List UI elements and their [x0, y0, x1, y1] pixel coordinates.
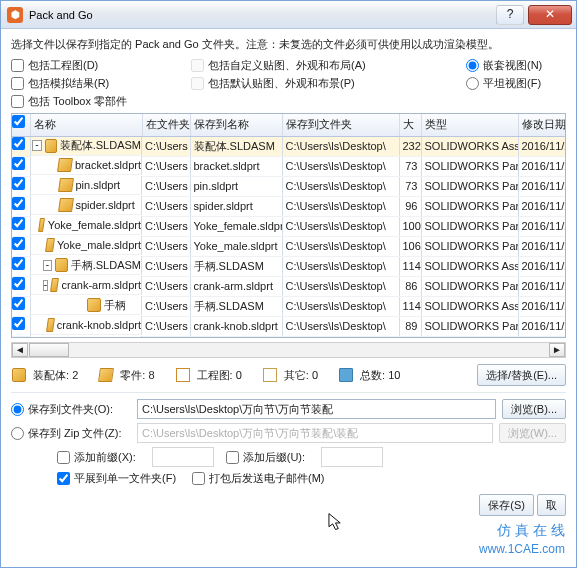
titlebar[interactable]: ⬢ Pack and Go ? ✕ — [1, 1, 576, 29]
select-replace-button[interactable]: 选择/替换(E)... — [477, 364, 566, 386]
tree-toggle-icon[interactable]: - — [32, 140, 42, 151]
table-row[interactable]: Yoke_male.sldprtC:\UsersYoke_male.sldprt… — [12, 236, 566, 256]
row-check[interactable] — [12, 277, 25, 290]
file-name: spider.sldprt — [76, 196, 135, 215]
table-row[interactable]: 手柄C:\Users手柄.SLDASMC:\Users\ls\Desktop\1… — [12, 296, 566, 316]
help-button[interactable]: ? — [496, 5, 524, 25]
date-cell: 2016/11/21 14:24: — [518, 296, 566, 316]
flat-view-radio[interactable]: 平坦视图(F) — [466, 76, 541, 91]
save-as-cell[interactable]: 装配体.SLDASM — [190, 136, 282, 156]
save-to-zip-radio[interactable]: 保存到 Zip 文件(Z): — [11, 426, 131, 441]
in-folder-cell: C:\Users — [142, 216, 190, 236]
row-check[interactable] — [12, 157, 25, 170]
add-prefix-check[interactable]: 添加前缀(X): — [57, 450, 136, 465]
dest-folder-cell[interactable]: C:\Users\ls\Desktop\ — [282, 336, 399, 338]
part-icon — [57, 158, 73, 172]
header-dest-folder[interactable]: 保存到文件夹 — [282, 114, 399, 136]
save-as-cell[interactable]: pin.sldprt — [190, 176, 282, 196]
type-cell: SOLIDWORKS Part — [421, 236, 518, 256]
table-row[interactable]: Yoke_female.sldprtC:\UsersYoke_female.sl… — [12, 216, 566, 236]
in-folder-cell: C:\Users — [142, 256, 190, 276]
table-row[interactable]: -crank-arm.sldprtC:\Userscrank-arm.sldpr… — [12, 276, 566, 296]
tree-toggle-icon[interactable]: - — [43, 280, 49, 291]
flatten-check[interactable]: 平展到单一文件夹(F) — [57, 471, 176, 486]
in-folder-cell: C:\Users — [142, 156, 190, 176]
dest-folder-cell[interactable]: C:\Users\ls\Desktop\ — [282, 236, 399, 256]
dest-folder-cell[interactable]: C:\Users\ls\Desktop\ — [282, 276, 399, 296]
save-as-cell[interactable]: crank-arm.sldprt — [190, 276, 282, 296]
scroll-right-icon[interactable]: ► — [549, 343, 565, 357]
row-check[interactable] — [12, 337, 25, 339]
table-row[interactable]: bracket.sldprtC:\Usersbracket.sldprtC:\U… — [12, 156, 566, 176]
header-type[interactable]: 类型 — [421, 114, 518, 136]
cancel-button[interactable]: 取 — [537, 494, 566, 516]
dest-folder-cell[interactable]: C:\Users\ls\Desktop\ — [282, 216, 399, 236]
add-suffix-check[interactable]: 添加后缀(U): — [226, 450, 305, 465]
table-row[interactable]: pin.sldprtC:\Userspin.sldprtC:\Users\ls\… — [12, 176, 566, 196]
dest-folder-cell[interactable]: C:\Users\ls\Desktop\ — [282, 136, 399, 156]
table-row[interactable]: spider.sldprtC:\Usersspider.sldprtC:\Use… — [12, 196, 566, 216]
row-check[interactable] — [12, 197, 25, 210]
save-to-folder-row: 保存到文件夹(O): 浏览(B)... — [11, 399, 566, 419]
include-custom-decals-check[interactable]: 包括自定义贴图、外观和布局(A) — [191, 58, 462, 73]
type-cell: SOLIDWORKS Ass — [421, 256, 518, 276]
part-icon — [50, 278, 59, 292]
include-sim-results-check[interactable]: 包括模拟结果(R) — [11, 76, 187, 91]
size-cell: 86 — [399, 276, 421, 296]
dest-folder-cell[interactable]: C:\Users\ls\Desktop\ — [282, 156, 399, 176]
save-as-cell[interactable]: 手柄.SLDASM — [190, 256, 282, 276]
header-date[interactable]: 修改日期 — [518, 114, 566, 136]
dest-folder-cell[interactable]: C:\Users\ls\Desktop\ — [282, 196, 399, 216]
browse-folder-button[interactable]: 浏览(B)... — [502, 399, 566, 419]
dest-folder-cell[interactable]: C:\Users\ls\Desktop\ — [282, 296, 399, 316]
header-check-all[interactable] — [12, 114, 30, 136]
in-folder-cell: C:\Users — [142, 296, 190, 316]
part-count: 零件: 8 — [120, 368, 154, 383]
horizontal-scrollbar[interactable]: ◄ ► — [11, 342, 566, 358]
row-check[interactable] — [12, 177, 25, 190]
save-as-cell[interactable]: crank-shaft.sldprt — [190, 336, 282, 338]
in-folder-cell: C:\Users — [142, 336, 190, 338]
type-cell: SOLIDWORKS Part — [421, 276, 518, 296]
tree-toggle-icon[interactable]: - — [43, 260, 53, 271]
table-row[interactable]: -手柄.SLDASMC:\Users手柄.SLDASMC:\Users\ls\D… — [12, 256, 566, 276]
row-check[interactable] — [12, 257, 25, 270]
dest-folder-cell[interactable]: C:\Users\ls\Desktop\ — [282, 176, 399, 196]
save-as-cell[interactable]: Yoke_male.sldprt — [190, 236, 282, 256]
close-button[interactable]: ✕ — [528, 5, 572, 25]
table-row[interactable]: crank-shaft.sldprtC:\Userscrank-shaft.sl… — [12, 336, 566, 338]
header-name[interactable]: 名称 — [30, 114, 142, 136]
size-cell: 114 — [399, 256, 421, 276]
row-check[interactable] — [12, 237, 25, 250]
include-default-decals-check[interactable]: 包括默认贴图、外观和布景(P) — [191, 76, 462, 91]
dest-folder-cell[interactable]: C:\Users\ls\Desktop\ — [282, 256, 399, 276]
include-drawings-check[interactable]: 包括工程图(D) — [11, 58, 187, 73]
table-row[interactable]: crank-knob.sldprtC:\Userscrank-knob.sldp… — [12, 316, 566, 336]
scroll-left-icon[interactable]: ◄ — [12, 343, 28, 357]
save-to-folder-radio[interactable]: 保存到文件夹(O): — [11, 402, 131, 417]
include-toolbox-check[interactable]: 包括 Toolbox 零部件 — [11, 94, 187, 109]
dest-folder-cell[interactable]: C:\Users\ls\Desktop\ — [282, 316, 399, 336]
row-check[interactable] — [12, 137, 25, 150]
table-row[interactable]: -装配体.SLDASMC:\Users装配体.SLDASMC:\Users\ls… — [12, 136, 566, 156]
save-to-folder-input[interactable] — [137, 399, 496, 419]
header-save-as[interactable]: 保存到名称 — [190, 114, 282, 136]
save-as-cell[interactable]: bracket.sldprt — [190, 156, 282, 176]
save-as-cell[interactable]: spider.sldprt — [190, 196, 282, 216]
row-check[interactable] — [12, 217, 25, 230]
scroll-thumb[interactable] — [29, 343, 69, 357]
header-in-folder[interactable]: 在文件夹 — [142, 114, 190, 136]
save-button[interactable]: 保存(S) — [479, 494, 534, 516]
save-as-cell[interactable]: crank-knob.sldprt — [190, 316, 282, 336]
row-check[interactable] — [12, 297, 25, 310]
nested-view-radio[interactable]: 嵌套视图(N) — [466, 58, 542, 73]
folder-icon — [339, 368, 353, 382]
row-check[interactable] — [12, 317, 25, 330]
suffix-input — [321, 447, 383, 467]
save-as-cell[interactable]: Yoke_female.sldprt — [190, 216, 282, 236]
email-check[interactable]: 打包后发送电子邮件(M) — [192, 471, 325, 486]
file-name: bracket.sldprt — [75, 156, 141, 175]
save-as-cell[interactable]: 手柄.SLDASM — [190, 296, 282, 316]
header-size[interactable]: 大 — [399, 114, 421, 136]
file-name: Yoke_female.sldprt — [48, 216, 141, 235]
